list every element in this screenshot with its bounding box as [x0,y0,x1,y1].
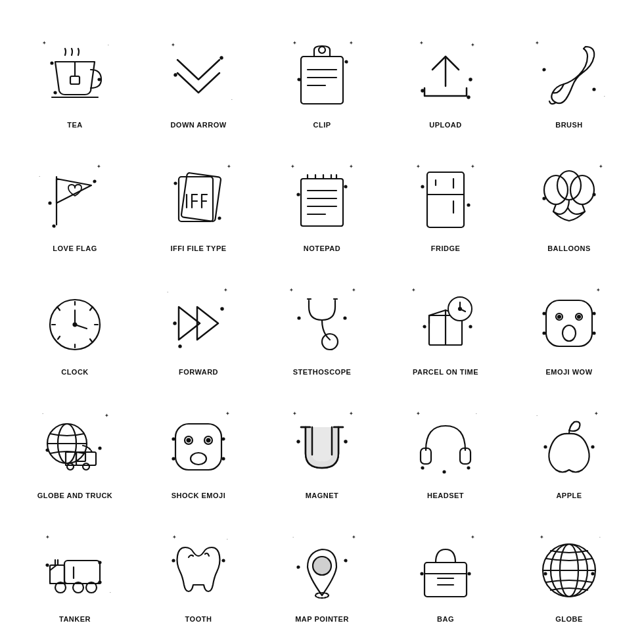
apple-label: APPLE [556,492,582,499]
svg-point-154 [173,560,175,562]
icon-cell-clock: CLOCK [13,260,137,384]
svg-point-151 [47,564,49,566]
tooth-label: TOOTH [185,615,212,623]
svg-point-119 [191,453,206,465]
icon-cell-tea: ✦ · TEA [13,13,137,137]
svg-point-35 [219,218,221,219]
iffi-file-type-icon: ✦ [159,160,238,239]
svg-point-102 [593,313,595,315]
svg-line-66 [90,339,92,342]
icon-cell-brush: ✦ · BRUSH [507,13,631,137]
svg-point-118 [207,439,210,442]
svg-rect-143 [64,561,100,584]
emoji-wow-icon: ✦ [530,284,609,363]
svg-point-94 [470,326,472,328]
svg-point-46 [298,194,300,196]
svg-point-18 [468,97,470,99]
svg-point-20 [593,89,595,91]
tanker-icon: ✦ · [35,531,114,610]
notepad-label: NOTEPAD [304,244,340,252]
svg-rect-2 [70,76,80,84]
icon-cell-headset: ✦ · HEADSET [384,384,507,507]
svg-point-170 [545,573,547,575]
svg-point-13 [298,79,300,81]
svg-point-34 [175,183,177,185]
tea-label: TEA [67,121,83,129]
love-flag-label: LOVE FLAG [53,244,97,252]
svg-point-153 [99,582,101,584]
globe-and-truck-label: GLOBE AND TRUCK [37,492,113,499]
icon-cell-notepad: ✦ ✦ NOTEPAD [260,137,384,260]
fridge-icon: ✦ ✦ [406,160,485,239]
svg-rect-36 [301,179,343,226]
shock-emoji-label: SHOCK EMOJI [172,492,226,499]
svg-point-81 [322,334,338,350]
icon-cell-apple: ✦ · APPLE [507,384,631,507]
svg-point-14 [346,61,348,63]
map-pointer-icon: · ✦ [283,531,361,610]
svg-point-9 [319,47,325,53]
icon-grid: ✦ · TEA ✦ · DOWN ARROW [7,7,637,637]
icon-cell-forward: ✦ · FORWARD [137,260,260,384]
emoji-wow-label: EMOJI WOW [545,368,592,376]
svg-point-113 [99,448,101,449]
svg-point-103 [543,333,545,334]
upload-icon: ✦ ✦ [406,37,485,116]
icon-cell-globe-and-truck: · ✦ GLOBE AND TRUCK [13,384,137,507]
globe-label: GLOBE [555,615,583,623]
iffi-file-type-label: IFFI FILE TYPE [170,244,226,252]
svg-point-74 [174,323,176,325]
icon-cell-stethoscope: ✦ ✦ STETHOSCOPE [260,260,384,384]
icon-cell-globe: ✦ · GLOBE [507,507,631,631]
svg-point-56 [557,171,581,200]
svg-point-132 [345,441,347,443]
brush-icon: ✦ · [530,37,609,116]
svg-point-54 [468,204,470,206]
svg-point-164 [421,573,423,575]
forward-icon: ✦ · [159,284,238,363]
bag-label: BAG [437,615,454,623]
svg-point-140 [545,446,547,448]
svg-point-131 [298,441,300,443]
svg-point-159 [345,560,347,562]
clock-icon [35,284,114,363]
globe-and-truck-icon: · ✦ [35,407,114,486]
svg-point-57 [570,175,594,204]
svg-point-16 [470,79,472,81]
svg-point-93 [424,326,426,328]
tea-icon: ✦ · [35,37,114,116]
globe-icon: ✦ · [530,531,609,610]
svg-point-104 [593,333,595,334]
svg-point-101 [543,313,545,315]
shock-emoji-icon: ✦ [159,407,238,486]
svg-point-75 [221,308,223,310]
icon-cell-tooth: ✦ · TOOTH [137,507,260,631]
svg-point-59 [593,194,595,196]
headset-icon: ✦ · [406,407,485,486]
svg-point-112 [47,449,49,451]
svg-point-123 [223,458,225,460]
svg-point-137 [444,471,446,473]
bag-icon: ✦ [406,531,485,610]
brush-label: BRUSH [555,121,583,129]
icon-cell-love-flag: ✦ · LOVE FLAG [13,137,137,260]
svg-point-22 [49,202,51,204]
svg-point-5 [55,92,57,94]
svg-point-120 [173,438,175,440]
magnet-icon: ✦ ✦ [283,407,361,486]
icon-cell-magnet: ✦ ✦ MAGNET [260,384,384,507]
icon-cell-tanker: ✦ · TANKER [13,507,137,631]
magnet-label: MAGNET [306,492,339,499]
svg-point-121 [223,438,225,440]
stethoscope-icon: ✦ ✦ [283,284,361,363]
icon-cell-down-arrow: ✦ · DOWN ARROW [137,13,260,137]
svg-point-98 [558,315,561,318]
clock-label: CLOCK [61,368,89,376]
icon-cell-parcel-on-time: ✦ PARCEL ON TIME [384,260,507,384]
svg-point-155 [223,560,225,562]
svg-point-100 [563,325,576,341]
svg-rect-114 [175,424,221,470]
svg-point-7 [175,74,177,76]
svg-point-55 [544,175,568,204]
svg-point-23 [94,181,96,183]
